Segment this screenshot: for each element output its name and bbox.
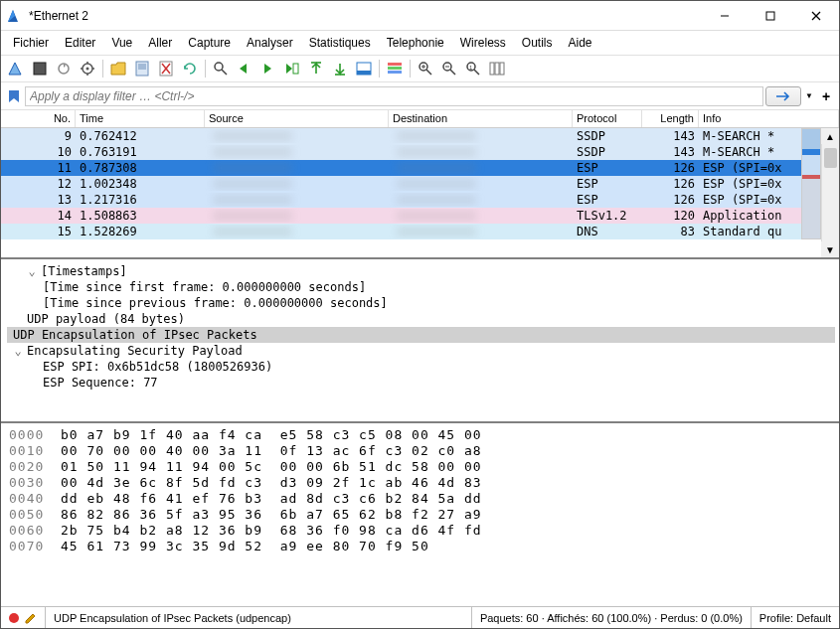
- menu-analyser[interactable]: Analyser: [239, 34, 301, 52]
- hex-row[interactable]: 00602b 75 b4 b2 a8 12 36 b9 68 36 f0 98 …: [9, 523, 831, 539]
- col-header-src[interactable]: Source: [205, 110, 389, 127]
- restart-capture-icon[interactable]: [53, 58, 75, 79]
- titlebar: *Ethernet 2: [1, 1, 839, 31]
- go-next-packet-icon[interactable]: [257, 58, 279, 79]
- packet-row[interactable]: 110.787308ESP126ESP (SPI=0x: [1, 160, 839, 176]
- col-header-time[interactable]: Time: [76, 110, 205, 127]
- packet-row[interactable]: 141.508863TLSv1.2120Application: [1, 208, 839, 224]
- svg-rect-41: [500, 63, 504, 75]
- packet-detail-pane[interactable]: ⌄[Timestamps] [Time since first frame: 0…: [1, 259, 839, 423]
- scroll-down-icon[interactable]: ▼: [821, 241, 839, 257]
- zoom-in-icon[interactable]: [415, 58, 436, 79]
- hex-row[interactable]: 0040dd eb 48 f6 41 ef 76 b3 ad 8d c3 c6 …: [9, 491, 831, 507]
- tree-esp: ⌄Encapsulating Security Payload: [7, 343, 835, 359]
- tree-timestamps: ⌄[Timestamps]: [7, 263, 835, 279]
- save-file-icon[interactable]: [131, 58, 153, 79]
- status-bar: UDP Encapsulation of IPsec Packets (udpe…: [1, 606, 839, 628]
- edit-icon[interactable]: [25, 612, 37, 624]
- minimize-button[interactable]: [702, 1, 748, 31]
- status-profile: Profile: Default: [752, 607, 839, 628]
- zoom-reset-icon[interactable]: 1: [462, 58, 484, 79]
- menu-fichier[interactable]: Fichier: [5, 34, 57, 52]
- close-file-icon[interactable]: [155, 58, 177, 79]
- find-packet-icon[interactable]: [210, 58, 232, 79]
- tool-bar: 1: [1, 55, 839, 82]
- resize-columns-icon[interactable]: [486, 58, 508, 79]
- svg-rect-40: [495, 63, 499, 75]
- hex-row[interactable]: 001000 70 00 00 40 00 3a 11 0f 13 ac 6f …: [9, 443, 831, 459]
- close-button[interactable]: [793, 1, 839, 31]
- svg-rect-1: [766, 12, 774, 20]
- hex-row[interactable]: 007045 61 73 99 3c 35 9d 52 a9 ee 80 70 …: [9, 539, 831, 554]
- capture-options-icon[interactable]: [77, 58, 98, 79]
- menu-statistiques[interactable]: Statistiques: [301, 34, 379, 52]
- packet-row[interactable]: 100.763191SSDP143M-SEARCH *: [1, 144, 839, 160]
- svg-rect-4: [34, 63, 46, 75]
- menu-outils[interactable]: Outils: [514, 34, 561, 52]
- colorize-icon[interactable]: [384, 58, 406, 79]
- filter-add-button[interactable]: +: [817, 87, 835, 105]
- packet-rows[interactable]: 90.762412SSDP143M-SEARCH * 100.763191SSD…: [1, 128, 839, 257]
- menu-wireless[interactable]: Wireless: [452, 34, 514, 52]
- go-last-packet-icon[interactable]: [329, 58, 351, 79]
- svg-text:1: 1: [469, 65, 473, 71]
- zoom-out-icon[interactable]: [438, 58, 460, 79]
- app-window: *Ethernet 2 Fichier Editer Vue Aller Cap…: [0, 0, 840, 629]
- menu-bar: Fichier Editer Vue Aller Capture Analyse…: [1, 31, 839, 55]
- open-file-icon[interactable]: [107, 58, 129, 79]
- packet-minimap[interactable]: [801, 128, 821, 239]
- menu-telephonie[interactable]: Telephonie: [379, 34, 452, 52]
- menu-aide[interactable]: Aide: [561, 34, 600, 52]
- filter-bookmark-icon[interactable]: [5, 87, 23, 105]
- packet-list-pane: No. Time Source Destination Protocol Len…: [1, 110, 839, 259]
- filter-dropdown-icon[interactable]: ▼: [803, 91, 815, 100]
- col-header-no[interactable]: No.: [1, 110, 76, 127]
- col-header-dst[interactable]: Destination: [389, 110, 573, 127]
- packet-list-scrollbar[interactable]: ▲ ▼: [821, 128, 839, 257]
- tree-udp-payload: UDP payload (84 bytes): [7, 311, 835, 327]
- packet-list-header[interactable]: No. Time Source Destination Protocol Len…: [1, 110, 839, 128]
- twisty-open-icon[interactable]: ⌄: [13, 344, 23, 358]
- packet-row[interactable]: 131.217316ESP126ESP (SPI=0x: [1, 192, 839, 208]
- tree-ts-first: [Time since first frame: 0.000000000 sec…: [7, 279, 835, 295]
- expert-info-icon[interactable]: [9, 613, 19, 623]
- shark-fin-icon[interactable]: [5, 58, 27, 79]
- tree-udp-encap: UDP Encapsulation of IPsec Packets: [7, 327, 835, 343]
- col-header-info[interactable]: Info: [699, 110, 839, 127]
- tree-esp-spi: ESP SPI: 0x6b51dc58 (1800526936): [7, 359, 835, 375]
- auto-scroll-icon[interactable]: [353, 58, 375, 79]
- svg-rect-39: [490, 63, 494, 75]
- hex-row[interactable]: 0000b0 a7 b9 1f 40 aa f4 ca e5 58 c3 c5 …: [9, 427, 831, 443]
- menu-editer[interactable]: Editer: [57, 34, 103, 52]
- svg-rect-27: [388, 67, 402, 70]
- reload-icon[interactable]: [179, 58, 201, 79]
- tree-ts-prev: [Time since previous frame: 0.000000000 …: [7, 295, 835, 311]
- filter-bar: ▼ +: [1, 82, 839, 110]
- maximize-button[interactable]: [748, 1, 793, 31]
- hex-row[interactable]: 005086 82 86 36 5f a3 95 36 6b a7 65 62 …: [9, 507, 831, 523]
- stop-capture-icon[interactable]: [29, 58, 51, 79]
- packet-row[interactable]: 90.762412SSDP143M-SEARCH *: [1, 128, 839, 144]
- menu-vue[interactable]: Vue: [103, 34, 140, 52]
- svg-line-30: [426, 70, 431, 75]
- col-header-proto[interactable]: Protocol: [573, 110, 642, 127]
- col-header-len[interactable]: Length: [642, 110, 699, 127]
- menu-capture[interactable]: Capture: [180, 34, 239, 52]
- toolbar-separator: [102, 60, 103, 78]
- display-filter-input[interactable]: [25, 86, 763, 106]
- status-packet-counts: Paquets: 60 · Affichés: 60 (100.0%) · Pe…: [472, 607, 752, 628]
- svg-line-37: [474, 70, 479, 75]
- go-first-packet-icon[interactable]: [305, 58, 327, 79]
- hex-row[interactable]: 002001 50 11 94 11 94 00 5c 00 00 6b 51 …: [9, 459, 831, 475]
- go-prev-packet-icon[interactable]: [234, 58, 255, 79]
- go-to-packet-icon[interactable]: [281, 58, 303, 79]
- packet-row[interactable]: 121.002348ESP126ESP (SPI=0x: [1, 176, 839, 192]
- scroll-up-icon[interactable]: ▲: [821, 128, 839, 144]
- twisty-open-icon[interactable]: ⌄: [27, 264, 37, 278]
- hex-row[interactable]: 003000 4d 3e 6c 8f 5d fd c3 d3 09 2f 1c …: [9, 475, 831, 491]
- hex-dump-pane[interactable]: 0000b0 a7 b9 1f 40 aa f4 ca e5 58 c3 c5 …: [1, 423, 839, 606]
- packet-row[interactable]: 151.528269DNS83Standard qu: [1, 224, 839, 239]
- menu-aller[interactable]: Aller: [140, 34, 180, 52]
- svg-rect-25: [357, 71, 371, 75]
- filter-apply-button[interactable]: [765, 86, 801, 106]
